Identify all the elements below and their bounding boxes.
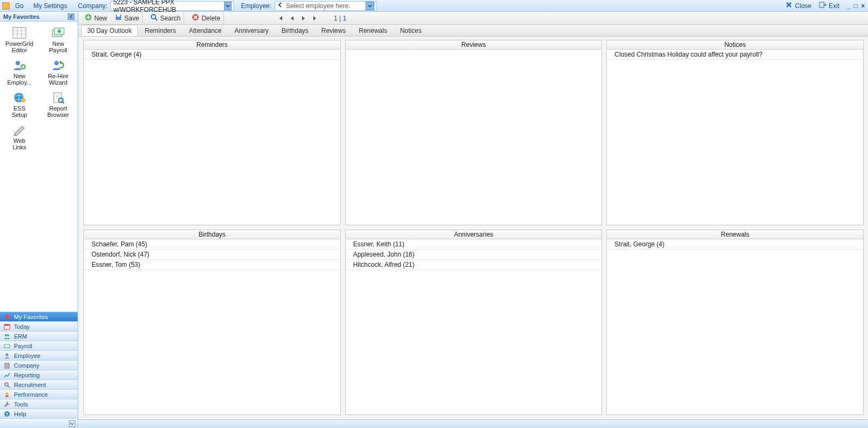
nav-payroll[interactable]: Payroll: [0, 341, 78, 350]
panel-header: Reviews: [346, 40, 602, 50]
next-page-button[interactable]: [299, 14, 308, 23]
svg-point-8: [54, 61, 59, 65]
nav-company[interactable]: Company: [0, 360, 78, 370]
tab-reminders[interactable]: Reminders: [139, 25, 182, 36]
chart-icon: [3, 371, 11, 379]
employee-dropdown[interactable]: Select employee here.: [275, 1, 377, 11]
favorite-money[interactable]: NewPayroll: [39, 24, 78, 56]
company-dropdown[interactable]: 5223 - SAMPLE PPX w/WORKFORCEHUB: [110, 1, 234, 11]
list-item[interactable]: Ostendorf, Nick (47): [84, 250, 340, 260]
favorite-label: PowerGridEditor: [5, 40, 33, 53]
navigation-list: My FavoritesTodayERMPayrollEmployeeCompa…: [0, 312, 78, 418]
favorite-user-plus[interactable]: NewEmploy...: [0, 56, 39, 88]
panel-reviews: Reviews: [345, 40, 603, 225]
favorite-pen[interactable]: WebLinks: [0, 121, 39, 153]
sidebar-header-label: My Favorites: [3, 13, 39, 20]
list-item[interactable]: Appleseed, John (16): [346, 250, 602, 260]
help-icon: ?: [3, 410, 11, 418]
favorite-refresh[interactable]: Re-HireWizard: [39, 56, 78, 88]
favorite-grid[interactable]: PowerGridEditor: [0, 24, 39, 56]
list-item[interactable]: Hitchcock, Alfred (21): [346, 260, 602, 270]
favorite-report[interactable]: ReportBrowser: [39, 88, 78, 121]
favorite-globe[interactable]: ESSSetup: [0, 88, 39, 121]
list-item[interactable]: Schaefer, Pam (45): [84, 239, 340, 250]
nav-label: Performance: [14, 391, 48, 398]
nav-tools[interactable]: Tools: [0, 399, 78, 409]
panel-body: Strait, George (4): [84, 50, 340, 225]
exit-button[interactable]: Exit: [816, 1, 843, 10]
nav-label: Tools: [14, 401, 28, 408]
nav-employee[interactable]: Employee: [0, 350, 78, 360]
chevron-down-icon[interactable]: [224, 2, 232, 10]
nav-help[interactable]: ?Help: [0, 409, 78, 418]
nav-label: ERM: [14, 333, 27, 340]
panel-body: [346, 50, 602, 225]
first-page-button[interactable]: [276, 14, 284, 23]
favorite-label: ReportBrowser: [47, 105, 69, 118]
exit-icon: [819, 1, 827, 10]
nav-label: Today: [14, 323, 30, 330]
nav-recruitment[interactable]: Recruitment: [0, 379, 78, 389]
money-icon: [3, 342, 11, 350]
pager-text: 1 | 1: [323, 15, 357, 22]
expand-down-icon[interactable]: [69, 420, 75, 427]
maximize-button[interactable]: □: [853, 2, 859, 10]
user-icon: [3, 352, 11, 360]
collapse-icon[interactable]: [68, 13, 74, 20]
delete-button[interactable]: Delete: [192, 13, 220, 23]
nav-reporting[interactable]: Reporting: [0, 370, 78, 379]
tab-birthdays[interactable]: Birthdays: [276, 25, 314, 36]
list-item[interactable]: Closed Christmas Holiday could affect yo…: [607, 50, 863, 60]
tab-attendance[interactable]: Attendance: [183, 25, 228, 36]
last-page-button[interactable]: [311, 14, 320, 23]
menu-go[interactable]: Go: [11, 2, 28, 10]
delete-icon: [192, 13, 199, 23]
svg-point-19: [6, 353, 9, 356]
tab-renewals[interactable]: Renewals: [353, 25, 393, 36]
close-label: Close: [795, 2, 811, 10]
nav-label: Company: [14, 362, 39, 369]
tab-notices[interactable]: Notices: [394, 25, 428, 36]
list-item[interactable]: Strait, George (4): [607, 239, 863, 250]
save-icon: [115, 13, 122, 23]
globe-icon: [12, 91, 27, 104]
window-close-button[interactable]: ×: [860, 2, 866, 10]
nav-erm[interactable]: ERM: [0, 331, 78, 341]
prev-page-button[interactable]: [288, 14, 296, 23]
main-content: New Save Search Delete: [78, 12, 868, 428]
save-button[interactable]: Save: [115, 13, 139, 23]
menu-my-settings[interactable]: My Settings: [29, 2, 72, 10]
svg-point-17: [7, 334, 9, 336]
employee-placeholder: Select employee here.: [286, 2, 350, 10]
calendar-icon: [3, 323, 11, 330]
tabs-row: 30 Day OutlookRemindersAttendanceAnniver…: [78, 25, 868, 37]
list-item[interactable]: Essner, Tom (53): [84, 260, 340, 270]
list-item[interactable]: Essner, Keith (11): [346, 239, 602, 250]
minimize-button[interactable]: _: [846, 2, 852, 10]
chevron-down-icon[interactable]: [366, 2, 374, 10]
grid-icon: [12, 26, 27, 39]
favorite-label: NewEmploy...: [7, 73, 31, 86]
svg-rect-0: [3, 2, 9, 9]
svg-rect-1: [820, 2, 824, 8]
list-item[interactable]: Strait, George (4): [84, 50, 340, 60]
new-button[interactable]: New: [85, 13, 107, 23]
nav-performance[interactable]: Performance: [0, 389, 78, 399]
app-icon: [2, 2, 10, 10]
close-button[interactable]: Close: [782, 1, 815, 10]
save-label: Save: [124, 15, 139, 22]
tab-reviews[interactable]: Reviews: [316, 25, 352, 36]
svg-rect-15: [4, 325, 10, 326]
svg-point-28: [151, 15, 156, 19]
nav-label: Recruitment: [14, 382, 46, 388]
search-button[interactable]: Search: [150, 13, 180, 23]
tab-anniversary[interactable]: Anniversary: [228, 25, 274, 36]
nav-my-favorites[interactable]: My Favorites: [0, 312, 78, 321]
back-icon[interactable]: [277, 2, 284, 10]
tab-30-day-outlook[interactable]: 30 Day Outlook: [81, 25, 138, 36]
nav-label: Reporting: [14, 372, 40, 378]
user-plus-icon: [12, 59, 27, 72]
nav-today[interactable]: Today: [0, 321, 78, 331]
panel-header: Reminders: [84, 40, 340, 50]
panel-header: Birthdays: [84, 230, 340, 239]
